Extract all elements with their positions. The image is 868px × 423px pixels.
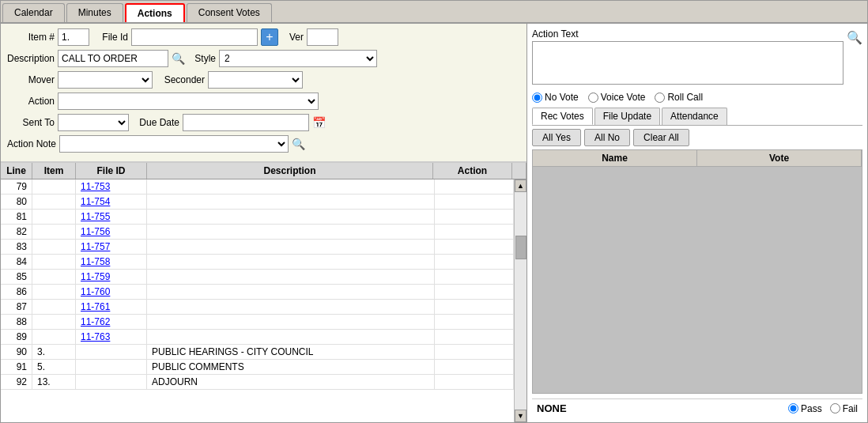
sub-tab-rec-votes[interactable]: Rec Votes xyxy=(532,108,593,125)
cell-line: 81 xyxy=(1,210,32,224)
cell-fileid[interactable]: 11-762 xyxy=(76,315,147,329)
tab-consent-votes[interactable]: Consent Votes xyxy=(187,3,272,22)
action-text-input[interactable] xyxy=(532,41,843,85)
col-header-item: Item xyxy=(32,163,76,179)
calendar-icon[interactable]: 📅 xyxy=(312,116,326,129)
main-content: Item # File Id + Ver Description 🔍 Style… xyxy=(1,24,867,422)
add-button[interactable]: + xyxy=(261,28,278,46)
cell-fileid[interactable]: 11-753 xyxy=(76,179,147,194)
pass-option[interactable]: Pass xyxy=(788,403,822,414)
fail-option[interactable]: Fail xyxy=(830,403,858,414)
cell-fileid[interactable]: 11-758 xyxy=(76,255,147,269)
form-row-6: Action Note 🔍 xyxy=(7,135,520,153)
grid-body[interactable]: 79 11-753 80 11-754 81 11-755 82 11-756 … xyxy=(1,179,514,422)
description-input[interactable] xyxy=(58,50,168,67)
cell-item xyxy=(32,225,76,239)
no-vote-radio[interactable] xyxy=(532,93,542,103)
table-row[interactable]: 82 11-756 xyxy=(1,225,514,240)
roll-call-radio[interactable] xyxy=(655,93,665,103)
tab-calendar[interactable]: Calendar xyxy=(2,3,65,22)
action-select[interactable] xyxy=(58,93,319,110)
cell-desc xyxy=(147,330,435,344)
table-row[interactable]: 89 11-763 xyxy=(1,330,514,345)
sent-to-select[interactable] xyxy=(58,114,129,131)
table-row[interactable]: 86 11-760 xyxy=(1,285,514,300)
fail-label: Fail xyxy=(843,403,858,414)
form-row-4: Action xyxy=(7,93,520,110)
voice-vote-radio[interactable] xyxy=(588,93,598,103)
pass-radio[interactable] xyxy=(788,403,798,414)
table-row[interactable]: 90 3. PUBLIC HEARINGS - CITY COUNCIL xyxy=(1,345,514,360)
action-note-search-icon[interactable]: 🔍 xyxy=(292,138,305,150)
cell-fileid[interactable]: 11-755 xyxy=(76,210,147,224)
scroll-thumb[interactable] xyxy=(515,236,526,259)
table-row[interactable]: 80 11-754 xyxy=(1,195,514,210)
tab-minutes[interactable]: Minutes xyxy=(66,3,123,22)
table-row[interactable]: 81 11-755 xyxy=(1,210,514,225)
cell-fileid[interactable] xyxy=(76,375,147,389)
cell-line: 88 xyxy=(1,315,32,329)
cell-fileid[interactable]: 11-761 xyxy=(76,300,147,314)
table-row[interactable]: 79 11-753 xyxy=(1,179,514,195)
cell-action xyxy=(435,195,514,209)
description-search-icon[interactable]: 🔍 xyxy=(172,52,185,65)
result-label: NONE xyxy=(537,402,567,414)
ver-input[interactable] xyxy=(307,28,338,46)
table-row[interactable]: 87 11-761 xyxy=(1,300,514,315)
cell-fileid[interactable]: 11-756 xyxy=(76,225,147,239)
action-text-label: Action Text xyxy=(532,28,843,40)
file-id-input[interactable] xyxy=(131,28,258,46)
cell-fileid[interactable] xyxy=(76,345,147,359)
table-row[interactable]: 83 11-757 xyxy=(1,240,514,255)
cell-line: 91 xyxy=(1,360,32,374)
form-area: Item # File Id + Ver Description 🔍 Style… xyxy=(1,24,526,162)
scroll-down-arrow[interactable]: ▼ xyxy=(515,410,526,422)
fail-radio[interactable] xyxy=(830,403,840,414)
cell-item xyxy=(32,255,76,269)
all-yes-button[interactable]: All Yes xyxy=(532,129,581,146)
table-row[interactable]: 92 13. ADJOURN xyxy=(1,375,514,390)
item-input[interactable] xyxy=(58,28,89,46)
table-row[interactable]: 88 11-762 xyxy=(1,315,514,330)
cell-action xyxy=(435,375,514,389)
cell-fileid[interactable]: 11-754 xyxy=(76,195,147,209)
roll-call-label: Roll Call xyxy=(667,92,703,103)
seconder-select[interactable] xyxy=(208,71,303,89)
action-note-label: Action Note xyxy=(7,138,56,149)
mover-select[interactable] xyxy=(58,71,153,89)
sub-tab-attendance[interactable]: Attendance xyxy=(662,108,727,125)
clear-all-button[interactable]: Clear All xyxy=(633,129,689,146)
ver-label: Ver xyxy=(281,32,304,43)
action-text-section: Action Text 🔍 xyxy=(532,28,862,87)
voice-vote-option[interactable]: Voice Vote xyxy=(588,92,646,103)
table-row[interactable]: 91 5. PUBLIC COMMENTS xyxy=(1,360,514,375)
no-vote-option[interactable]: No Vote xyxy=(532,92,579,103)
style-select[interactable]: 2 xyxy=(219,50,377,67)
cell-action xyxy=(435,210,514,224)
zoom-icon[interactable]: 🔍 xyxy=(847,30,862,45)
cell-desc xyxy=(147,179,435,194)
cell-action xyxy=(435,270,514,284)
action-note-select[interactable] xyxy=(59,135,289,153)
cell-desc xyxy=(147,240,435,254)
cell-fileid[interactable]: 11-759 xyxy=(76,270,147,284)
sub-tab-file-update[interactable]: File Update xyxy=(594,108,660,125)
cell-desc: PUBLIC COMMENTS xyxy=(147,360,435,374)
cell-line: 80 xyxy=(1,195,32,209)
cell-fileid[interactable] xyxy=(76,360,147,374)
cell-action xyxy=(435,345,514,359)
all-no-button[interactable]: All No xyxy=(584,129,630,146)
table-row[interactable]: 85 11-759 xyxy=(1,270,514,285)
scroll-up-arrow[interactable]: ▲ xyxy=(515,179,526,192)
table-row[interactable]: 84 11-758 xyxy=(1,255,514,270)
grid-scrollbar[interactable]: ▲ ▼ xyxy=(514,179,526,422)
cell-action xyxy=(435,315,514,329)
roll-call-option[interactable]: Roll Call xyxy=(655,92,703,103)
tab-actions[interactable]: Actions xyxy=(125,3,185,22)
cell-fileid[interactable]: 11-757 xyxy=(76,240,147,254)
cell-fileid[interactable]: 11-760 xyxy=(76,285,147,299)
cell-item xyxy=(32,330,76,344)
due-date-input[interactable] xyxy=(183,114,309,131)
cell-item xyxy=(32,195,76,209)
cell-fileid[interactable]: 11-763 xyxy=(76,330,147,344)
